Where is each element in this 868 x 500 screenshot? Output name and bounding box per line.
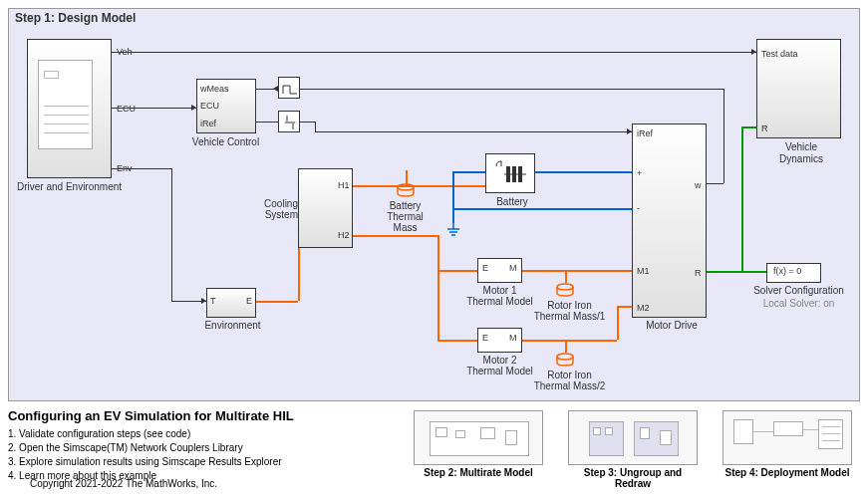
driver-ecu-port: ECU [117, 104, 136, 114]
m1t-label: Motor 1 Thermal Model [462, 285, 537, 307]
motor-drive-block[interactable] [632, 124, 707, 318]
design-model-panel: Step 1: Design Model Driver and Environm… [8, 8, 860, 401]
vd-test: Test data [761, 49, 798, 59]
vd-label: Vehicle Dynamics [766, 141, 836, 165]
step4-preview[interactable]: Step 4: Deployment Model [723, 410, 852, 478]
arrow-icon [191, 105, 196, 111]
signal-line [112, 168, 171, 169]
battery-thermal-label: Battery Thermal Mass [378, 200, 433, 233]
thermal-line [565, 340, 567, 353]
arrow-icon [751, 49, 756, 55]
panel-title: Step 1: Design Model [15, 11, 136, 25]
step2-preview[interactable]: Step 2: Multirate Model [414, 410, 543, 478]
electric-line [452, 208, 632, 210]
battery-block[interactable] [485, 153, 535, 193]
vc-iref: iRef [200, 119, 216, 128]
rate-transition-block[interactable] [278, 111, 300, 132]
env-label: Environment [200, 320, 265, 331]
signal-line [112, 52, 756, 53]
thermal-line [437, 235, 439, 341]
svg-point-10 [557, 354, 573, 360]
md-m1: M1 [637, 266, 650, 276]
signal-line [300, 89, 723, 90]
md-minus: - [637, 203, 640, 213]
step3-label: Step 3: Ungroup and Redraw [568, 467, 698, 489]
md-iref: iRef [637, 128, 653, 138]
thermal-line [617, 306, 619, 340]
env-t: T [210, 296, 216, 306]
m2t-m: M [509, 333, 517, 343]
md-r: R [695, 268, 702, 278]
solver-sublabel: Local Solver: on [756, 298, 841, 309]
rotor2-thermal-mass-icon[interactable] [555, 353, 575, 367]
m1t-e: E [482, 263, 488, 273]
step4-label: Step 4: Deployment Model [723, 467, 852, 478]
driver-env-label: Driver and Environment [17, 181, 122, 192]
cooling-h2: H2 [338, 230, 350, 240]
thermal-line [353, 235, 437, 237]
md-m2: M2 [637, 303, 650, 313]
signal-line [171, 168, 172, 301]
step3-thumb [568, 410, 698, 465]
pulse-icon [279, 78, 301, 100]
thermal-line [617, 306, 632, 308]
thermal-line [437, 340, 477, 342]
thermal-line [565, 270, 567, 283]
step4-thumb [723, 410, 852, 465]
vc-ecu: ECU [200, 101, 219, 111]
md-plus: + [637, 168, 642, 178]
vc-wmeas: wMeas [200, 84, 229, 94]
rate-icon [279, 112, 301, 133]
thermal-line [522, 340, 617, 342]
signal-line [256, 122, 278, 123]
signal-line [300, 122, 315, 123]
mechanical-line [707, 271, 766, 273]
md-w: w [695, 180, 702, 190]
signal-line [315, 131, 632, 132]
env-e: E [246, 296, 252, 306]
rotor1-thermal-mass-icon[interactable] [555, 283, 575, 297]
md-label: Motor Drive [642, 320, 702, 331]
m1t-m: M [509, 263, 517, 273]
thermal-line [406, 170, 408, 185]
solver-expr: f(x) = 0 [773, 266, 801, 276]
solver-label: Solver Configuration [751, 285, 846, 296]
thermal-line [522, 270, 632, 272]
signal-line [112, 108, 196, 109]
battery-label: Battery [492, 196, 532, 207]
signal-line [723, 89, 724, 183]
electric-line [452, 171, 454, 223]
mechanical-line [741, 126, 743, 273]
signal-line [315, 122, 316, 131]
m2t-label: Motor 2 Thermal Model [462, 355, 537, 376]
arrow-icon [627, 128, 632, 134]
electric-line [452, 171, 485, 173]
driver-environment-block[interactable] [27, 39, 112, 178]
pulse-block[interactable] [278, 77, 300, 99]
thermal-line [437, 270, 477, 272]
svg-point-9 [557, 284, 573, 290]
step2-label: Step 2: Multirate Model [414, 467, 543, 478]
cooling-label: Cooling System [253, 198, 298, 220]
step2-thumb [414, 410, 543, 465]
rotor2-label: Rotor Iron Thermal Mass/2 [532, 370, 607, 391]
thermal-line [353, 185, 485, 187]
cooling-h1: H1 [338, 180, 350, 190]
ground-symbol [445, 223, 461, 241]
vd-r: R [761, 124, 768, 133]
arrow-icon [201, 298, 206, 304]
battery-icon [486, 154, 536, 194]
thermal-line [298, 248, 300, 301]
electric-line [535, 171, 632, 173]
m2t-e: E [482, 333, 488, 343]
rotor1-label: Rotor Iron Thermal Mass/1 [532, 300, 607, 322]
thermal-line [256, 301, 298, 303]
arrow-icon [273, 86, 278, 92]
mechanical-line [741, 126, 756, 128]
vc-label: Vehicle Control [188, 136, 263, 147]
copyright-text: Copyright 2021-2022 The MathWorks, Inc. [30, 478, 217, 489]
step3-preview[interactable]: Step 3: Ungroup and Redraw [568, 410, 698, 489]
signal-line [707, 183, 723, 184]
